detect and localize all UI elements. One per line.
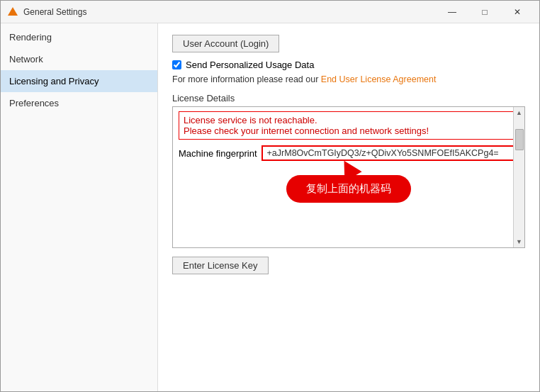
window-content: Rendering Network Licensing and Privacy … bbox=[1, 23, 539, 391]
maximize-button[interactable]: □ bbox=[468, 1, 501, 23]
license-box: License service is not reachable. Please… bbox=[172, 106, 525, 248]
scroll-down-arrow[interactable]: ▼ bbox=[516, 237, 522, 247]
license-error-line1: License service is not reachable. bbox=[184, 115, 514, 125]
license-section-label: License Details bbox=[172, 93, 525, 103]
usage-data-label: Send Personalized Usage Data bbox=[186, 60, 314, 70]
main-window: General Settings — □ ✕ Rendering Network… bbox=[0, 0, 540, 392]
app-icon bbox=[6, 6, 19, 18]
close-button[interactable]: ✕ bbox=[501, 1, 534, 23]
usage-data-row: Send Personalized Usage Data bbox=[172, 60, 525, 70]
tooltip-bubble: 复制上面的机器码 bbox=[286, 175, 411, 203]
license-error-line2: Please check your internet connection an… bbox=[184, 125, 514, 136]
window-controls: — □ ✕ bbox=[436, 1, 534, 23]
tooltip-container: 复制上面的机器码 bbox=[179, 175, 519, 203]
usage-data-checkbox[interactable] bbox=[172, 60, 181, 69]
fingerprint-label: Machine fingerprint bbox=[179, 148, 257, 159]
info-text: For more information please read our End… bbox=[172, 74, 525, 84]
sidebar-item-licensing[interactable]: Licensing and Privacy bbox=[1, 70, 157, 92]
enter-license-button[interactable]: Enter License Key bbox=[172, 257, 269, 274]
enter-license-row: Enter License Key bbox=[172, 257, 525, 274]
fingerprint-value: +aJrM8OvCmTGIyDQ3/z+QDivXYo5SNMFOEfI5AKC… bbox=[261, 145, 519, 161]
sidebar-item-network[interactable]: Network bbox=[1, 48, 157, 70]
sidebar: Rendering Network Licensing and Privacy … bbox=[1, 23, 158, 391]
scroll-up-arrow[interactable]: ▲ bbox=[516, 108, 522, 118]
sidebar-item-rendering[interactable]: Rendering bbox=[1, 26, 157, 48]
window-title: General Settings bbox=[23, 7, 436, 17]
minimize-button[interactable]: — bbox=[436, 1, 468, 23]
scrollbar[interactable]: ▲ ▼ bbox=[513, 107, 524, 247]
eula-link[interactable]: End User License Agreement bbox=[321, 74, 437, 84]
scroll-thumb[interactable] bbox=[515, 129, 524, 150]
license-error-box: License service is not reachable. Please… bbox=[179, 111, 519, 140]
titlebar: General Settings — □ ✕ bbox=[1, 1, 539, 23]
sidebar-item-preferences[interactable]: Preferences bbox=[1, 92, 157, 114]
user-account-button[interactable]: User Account (Login) bbox=[172, 35, 279, 52]
svg-marker-0 bbox=[8, 7, 18, 16]
main-content: User Account (Login) Send Personalized U… bbox=[158, 23, 539, 391]
